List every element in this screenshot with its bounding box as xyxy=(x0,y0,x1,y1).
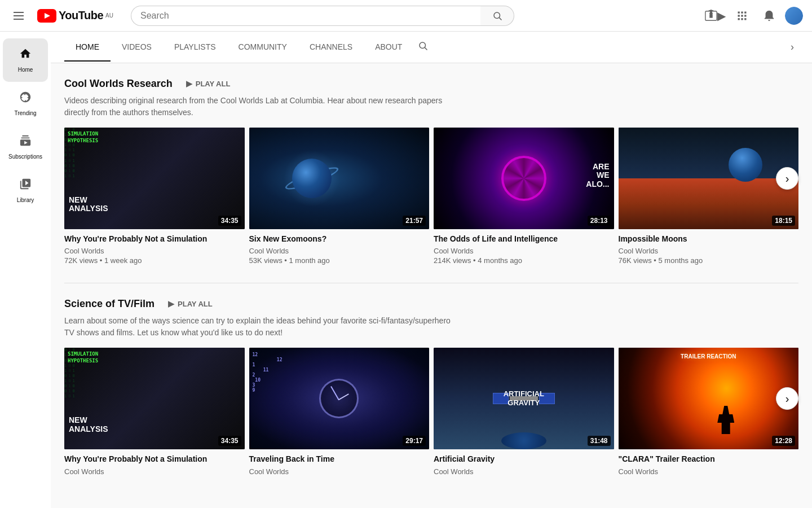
video-info-1: Why You're Probably Not a Simulation Coo… xyxy=(64,229,245,265)
logo-country: AU xyxy=(105,12,113,19)
apps-icon xyxy=(736,10,748,21)
video-channel-1: Cool Worlds xyxy=(64,247,245,255)
video-info-7: Artificial Gravity Cool Worlds xyxy=(434,449,614,476)
tab-community[interactable]: COMMUNITY xyxy=(227,33,298,62)
video-card-2[interactable]: 21:57 Six New Exomoons? Cool Worlds 53K … xyxy=(249,128,430,265)
play-all-label-1: PLAY ALL xyxy=(196,80,231,88)
tab-more-icon[interactable]: › xyxy=(786,32,798,62)
sidebar-item-subscriptions[interactable]: Subscriptions xyxy=(3,125,48,169)
menu-button[interactable] xyxy=(9,7,28,24)
video-row-1: 0101101001 1010010110 0110101001 SIMULAT… xyxy=(64,128,798,265)
svg-line-18 xyxy=(425,47,427,50)
video-card-8[interactable]: TRAILER REACTION 12:28 "CLARA" Trailer R… xyxy=(619,348,799,476)
thumbnail-8: TRAILER REACTION 12:28 xyxy=(619,348,799,449)
duration-badge-7: 31:48 xyxy=(588,436,611,446)
header-right: ▶ xyxy=(704,5,803,27)
upload-button[interactable]: ▶ xyxy=(704,5,726,27)
video-title-8: "CLARA" Trailer Reaction xyxy=(619,454,799,465)
svg-rect-15 xyxy=(741,18,743,20)
play-all-button-1[interactable]: ▶ PLAY ALL xyxy=(182,77,235,90)
sky-visual xyxy=(619,128,799,183)
svg-rect-14 xyxy=(738,18,740,20)
thumbnail-6: 12 121 112 1039 29:17 xyxy=(249,348,430,449)
section-header-2: Science of TV/Film ▶ PLAY ALL xyxy=(64,297,798,310)
video-card-1[interactable]: 0101101001 1010010110 0110101001 SIMULAT… xyxy=(64,128,245,265)
tab-home[interactable]: HOME xyxy=(64,33,111,62)
youtube-logo-icon xyxy=(37,9,56,23)
sim-new-text: NEWANALYSIS xyxy=(69,196,108,213)
sim-new-text-2: NEWANALYSIS xyxy=(69,416,108,433)
tab-playlists[interactable]: PLAYLISTS xyxy=(163,33,227,62)
sidebar-item-library[interactable]: Library xyxy=(3,169,48,212)
svg-rect-13 xyxy=(744,15,746,16)
video-card-6[interactable]: 12 121 112 1039 29:17 Traveling Back in … xyxy=(249,348,430,476)
svg-rect-11 xyxy=(738,15,740,16)
moon-visual xyxy=(729,148,762,182)
svg-rect-12 xyxy=(741,15,743,16)
video-channel-7: Cool Worlds xyxy=(434,467,614,476)
sidebar-item-library-label: Library xyxy=(17,197,34,203)
avatar[interactable] xyxy=(785,7,803,25)
tab-videos[interactable]: VIDEOS xyxy=(111,33,163,62)
video-title-3: The Odds of Life and Intelligence xyxy=(434,234,614,245)
video-channel-2: Cool Worlds xyxy=(249,247,430,255)
main-content: HOME VIDEOS PLAYLISTS COMMUNITY CHANNELS… xyxy=(51,32,812,508)
logo[interactable]: YouTubeAU xyxy=(37,9,113,23)
video-info-6: Traveling Back in Time Cool Worlds xyxy=(249,449,430,476)
video-card-5[interactable]: 0101101001 1010010110 0110101001 SIMULAT… xyxy=(64,348,245,476)
svg-point-17 xyxy=(420,42,426,49)
video-channel-4: Cool Worlds xyxy=(619,247,799,255)
sidebar: Home Trending Subscriptions Library xyxy=(0,32,51,508)
thumbnail-2: 21:57 xyxy=(249,128,430,229)
search-input[interactable] xyxy=(131,6,480,26)
thumbnail-7: ARTIFICIALGRAVITY 31:48 xyxy=(434,348,614,449)
notifications-button[interactable] xyxy=(758,5,780,27)
play-all-label-2: PLAY ALL xyxy=(178,300,213,308)
sidebar-item-home[interactable]: Home xyxy=(3,38,48,82)
tab-channels[interactable]: CHANNELS xyxy=(298,33,364,62)
svg-rect-16 xyxy=(744,18,746,20)
svg-point-2 xyxy=(494,12,500,19)
video-meta-3: 214K views • 4 months ago xyxy=(434,256,614,265)
svg-rect-8 xyxy=(738,11,740,13)
search-button[interactable] xyxy=(480,6,514,26)
avatar-image xyxy=(785,7,803,25)
carousel-next-button-2[interactable]: › xyxy=(776,387,798,410)
svg-rect-10 xyxy=(744,11,746,13)
header-left: YouTubeAU xyxy=(9,7,122,24)
thumbnail-4: 18:15 xyxy=(619,128,799,229)
video-title-7: Artificial Gravity xyxy=(434,454,614,465)
landscape-visual xyxy=(619,178,799,229)
bell-icon xyxy=(763,10,775,22)
carousel-next-button-1[interactable]: › xyxy=(776,167,798,190)
apps-button[interactable] xyxy=(731,5,753,27)
tab-about[interactable]: ABOUT xyxy=(364,33,413,62)
sidebar-item-trending[interactable]: Trending xyxy=(3,82,48,125)
roulette-are-we-text: AREWEALO... xyxy=(586,163,609,189)
clock-visual xyxy=(319,379,359,418)
video-card-4[interactable]: 18:15 Impossible Moons Cool Worlds 76K v… xyxy=(619,128,799,265)
clock-numbers: 12 121 112 1039 xyxy=(253,352,283,393)
section-description-2: Learn about some of the ways science can… xyxy=(64,315,459,339)
duration-badge-4: 18:15 xyxy=(772,216,795,226)
video-title-5: Why You're Probably Not a Simulation xyxy=(64,454,245,465)
video-card-3[interactable]: AREWEALO... 28:13 The Odds of Life and I… xyxy=(434,128,614,265)
sidebar-item-subscriptions-label: Subscriptions xyxy=(8,154,42,160)
duration-badge-2: 21:57 xyxy=(403,216,426,226)
sidebar-item-home-label: Home xyxy=(18,67,33,73)
video-row-2: 0101101001 1010010110 0110101001 SIMULAT… xyxy=(64,348,798,476)
duration-badge-1: 34:35 xyxy=(218,216,241,226)
video-card-7[interactable]: ARTIFICIALGRAVITY 31:48 Artificial Gravi… xyxy=(434,348,614,476)
upload-icon xyxy=(705,10,717,22)
home-icon xyxy=(19,47,32,63)
section-science-tv-film: Science of TV/Film ▶ PLAY ALL Learn abou… xyxy=(64,297,798,476)
duration-badge-5: 34:35 xyxy=(218,436,241,446)
sim-header-text: SIMULATIONHYPOTHESIS xyxy=(68,131,98,144)
section-title-2: Science of TV/Film xyxy=(64,298,155,310)
play-all-button-2[interactable]: ▶ PLAY ALL xyxy=(164,297,217,310)
svg-rect-9 xyxy=(741,11,743,13)
roulette-visual xyxy=(501,156,546,201)
video-info-3: The Odds of Life and Intelligence Cool W… xyxy=(434,229,614,265)
tab-search-icon[interactable] xyxy=(413,32,433,63)
video-channel-6: Cool Worlds xyxy=(249,467,430,476)
